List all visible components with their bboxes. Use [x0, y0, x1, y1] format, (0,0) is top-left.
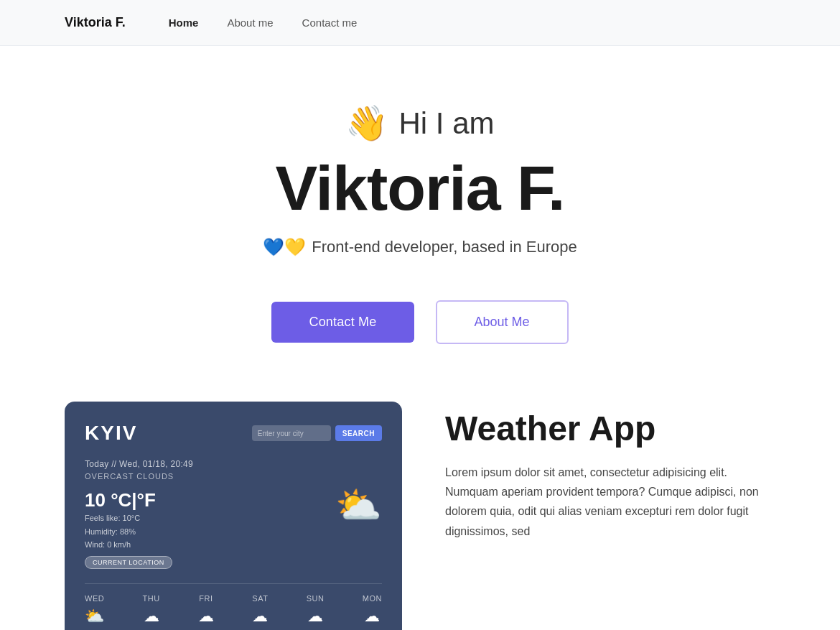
- tagline-text: Front-end developer, based in Europe: [312, 238, 577, 256]
- hearts-emoji: 💙💛: [263, 237, 306, 257]
- hero-greeting-text: Hi I am: [398, 106, 494, 141]
- weather-app-card: Kyiv Search Today // Wed, 01/18, 20:49 O…: [65, 402, 402, 630]
- forecast-label-4: Sun: [307, 594, 325, 603]
- wave-emoji: 👋: [345, 103, 388, 144]
- feels-like: Feels like: 10°C: [85, 511, 172, 525]
- wind: Wind: 0 km/h: [85, 538, 172, 552]
- hero-greeting: 👋 Hi I am: [345, 103, 494, 144]
- forecast-day-thu: Thu ☁: [143, 594, 160, 626]
- weather-date: Today // Wed, 01/18, 20:49: [85, 459, 382, 469]
- forecast-icon-1: ☁: [144, 607, 159, 626]
- forecast-icon-2: ☁: [198, 607, 214, 626]
- hero-tagline: 💙💛 Front-end developer, based in Europe: [263, 237, 577, 257]
- weather-details: Feels like: 10°C Humidity: 88% Wind: 0 k…: [85, 511, 172, 552]
- forecast-day-wed: Wed ⛅: [85, 594, 104, 626]
- nav-brand[interactable]: Viktoria F.: [65, 15, 126, 30]
- forecast-icon-3: ☁: [252, 607, 268, 626]
- weather-description: Overcast Clouds: [85, 472, 382, 481]
- forecast-day-fri: Fri ☁: [198, 594, 214, 626]
- weather-search-button[interactable]: Search: [335, 425, 382, 441]
- weather-city: Kyiv: [85, 422, 137, 445]
- weather-forecast: Wed ⛅ Thu ☁ Fri ☁ Sat ☁ Sun ☁ Mon ☁: [85, 583, 382, 626]
- navbar: Viktoria F. Home About me Contact me: [0, 0, 840, 46]
- current-location-badge: Current location: [85, 556, 172, 569]
- forecast-label-3: Sat: [252, 594, 268, 603]
- nav-link-contact[interactable]: Contact me: [302, 17, 358, 29]
- forecast-label-5: Mon: [363, 594, 382, 603]
- forecast-label-0: Wed: [85, 594, 104, 603]
- weather-temp: 10 °C|°F: [85, 489, 172, 511]
- hero-buttons: Contact Me About Me: [271, 300, 568, 344]
- weather-search-row: Search: [252, 425, 382, 441]
- contact-me-button[interactable]: Contact Me: [271, 302, 414, 343]
- forecast-icon-0: ⛅: [85, 607, 104, 626]
- nav-link-home[interactable]: Home: [169, 17, 199, 29]
- hero-name: Viktoria F.: [275, 157, 564, 220]
- project-desc-text: Lorem ipsum dolor sit amet, consectetur …: [445, 466, 759, 537]
- weather-left: 10 °C|°F Feels like: 10°C Humidity: 88% …: [85, 489, 172, 569]
- weather-header: Kyiv Search: [85, 422, 382, 445]
- forecast-icon-4: ☁: [307, 607, 323, 626]
- project-title: Weather App: [445, 409, 775, 448]
- hero-section: 👋 Hi I am Viktoria F. 💙💛 Front-end devel…: [0, 46, 840, 387]
- weather-main-icon: ⛅: [335, 483, 382, 527]
- forecast-label-1: Thu: [143, 594, 160, 603]
- nav-link-about[interactable]: About me: [227, 17, 273, 29]
- weather-main-row: 10 °C|°F Feels like: 10°C Humidity: 88% …: [85, 489, 382, 569]
- forecast-day-sat: Sat ☁: [252, 594, 268, 626]
- project-description: Lorem ipsum dolor sit amet, consectetur …: [445, 463, 775, 541]
- about-me-button[interactable]: About Me: [436, 300, 569, 344]
- forecast-icon-5: ☁: [364, 607, 380, 626]
- forecast-label-2: Fri: [199, 594, 213, 603]
- forecast-day-mon: Mon ☁: [363, 594, 382, 626]
- project-info: Weather App Lorem ipsum dolor sit amet, …: [445, 402, 775, 541]
- forecast-day-sun: Sun ☁: [307, 594, 325, 626]
- weather-city-input[interactable]: [252, 425, 331, 441]
- project-section: Kyiv Search Today // Wed, 01/18, 20:49 O…: [0, 387, 840, 630]
- humidity: Humidity: 88%: [85, 525, 172, 539]
